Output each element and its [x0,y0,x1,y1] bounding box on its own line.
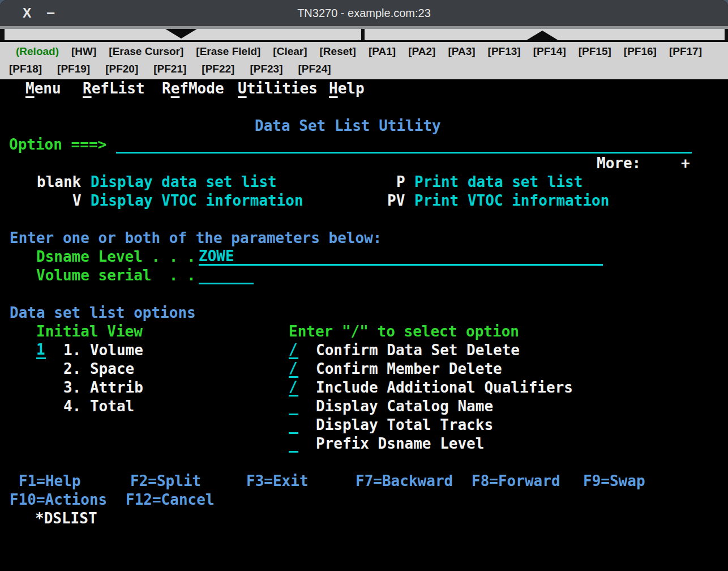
keypad-toolbar: (Reload)[HW][Erase Cursor][Erase Field][… [0,42,728,79]
label-display-total-tracks: Display Total Tracks [316,416,493,434]
toolbar-button-pf17[interactable]: [PF17] [669,45,702,58]
toolbar-button-reload[interactable]: (Reload) [16,45,59,58]
toolbar-button-pf18[interactable]: [PF18] [9,63,42,75]
label-display-vtoc-information: Display VTOC information [91,191,303,210]
toolbar-button-clear[interactable]: [Clear] [273,45,307,58]
menu-item-refmode[interactable]: RefMode [162,79,224,98]
dslist-status: *DSLIST [35,509,97,528]
fkey-f12-cancel: F12=Cancel [126,491,215,509]
tn3270-window: X − TN3270 - example.com:23 (Reload)[HW]… [0,0,728,571]
fkey-f8-forward: F8=Forward [472,472,560,491]
fkey-f10-actions: F10=Actions [10,491,107,509]
toolbar-button-pf13[interactable]: [PF13] [488,45,521,58]
more-indicator: More: [597,154,641,173]
menu-item-reflist[interactable]: RefList [83,79,145,98]
label-blank-option: blank [37,173,81,191]
window-title: TN3270 - example.com:23 [0,0,728,26]
initial-view-input[interactable]: 1 [36,341,46,359]
label-3-attrib: 3. Attrib [63,378,143,397]
dsname-level-input[interactable]: ZOWE [199,248,603,266]
confirm-member-delete-input[interactable]: / [289,360,298,378]
drawer-strip [0,29,728,40]
oia-cursor-position: 10/028 [32,540,60,550]
label-confirm-data-set-delete: Confirm Data Set Delete [316,341,520,360]
label-initial-view: Initial View [36,322,143,341]
menu-item-utilities[interactable]: Utilities [238,79,318,98]
toolbar-button-pf16[interactable]: [PF16] [624,45,657,58]
option-prompt: Option ===> [9,135,106,154]
keypad-row-1: (Reload)[HW][Erase Cursor][Erase Field][… [0,42,728,61]
label-display-catalog-name: Display Catalog Name [316,397,493,416]
label-2-space: 2. Space [63,360,134,378]
toolbar-button-erase-cursor[interactable]: [Erase Cursor] [109,45,183,58]
label-dsname-level: Dsname Level . . . [36,248,196,266]
toolbar-button-pf19[interactable]: [PF19] [57,63,90,75]
toolbar-button-pa3[interactable]: [PA3] [448,45,475,58]
oia-cursor-indicator-icon: ∧ [23,540,30,550]
toolbar-button-pf20[interactable]: [PF20] [105,63,138,75]
confirm-data-set-delete-input[interactable]: / [289,341,298,359]
section-data-set-list-options: Data set list options [10,304,196,322]
toolbar-button-pf22[interactable]: [PF22] [202,63,234,75]
section-enter-parameters: Enter one or both of the parameters belo… [10,229,382,248]
toolbar-button-pa1[interactable]: [PA1] [369,45,396,58]
fkey-f9-swap: F9=Swap [583,472,645,491]
toolbar-button-pf23[interactable]: [PF23] [250,63,282,75]
label-print-vtoc-information: Print VTOC information [414,191,609,210]
toolbar-button-pf15[interactable]: [PF15] [579,45,611,58]
label-4-total: 4. Total [63,397,134,416]
menu-item-menu[interactable]: Menu [25,79,61,98]
panel-title: Data Set List Utility [255,117,441,135]
oia-status-ma: MA [0,540,13,550]
toolbar-button-reset[interactable]: [Reset] [320,45,356,58]
keypad-row-2: [PF18][PF19][PF20][PF21][PF22][PF23][PF2… [0,61,728,77]
include-additional-qualifiers-input[interactable]: / [289,378,298,397]
label-display-data-set-list: Display data set list [91,173,277,191]
terminal-screen[interactable]: MenuRefListRefModeUtilitiesHelpData Set … [0,79,728,540]
label-print-data-set-list: Print data set list [414,173,583,191]
display-total-tracks-input[interactable] [289,416,298,434]
toolbar-button-pf21[interactable]: [PF21] [153,63,186,75]
fkey-f7-backward: F7=Backward [356,472,453,491]
menu-item-help[interactable]: Help [329,79,365,98]
right-drawer-handle[interactable] [365,29,725,40]
chevron-up-icon [526,31,558,40]
fkey-f2-split: F2=Split [130,472,201,491]
left-drawer-handle[interactable] [5,29,361,40]
label-volume-serial: Volume serial . . [36,266,196,285]
separator-line [10,103,688,105]
display-catalog-name-input[interactable] [289,397,298,415]
title-bar: X − TN3270 - example.com:23 [0,0,728,26]
toolbar-button-erase-field[interactable]: [Erase Field] [196,45,260,58]
volume-serial-input[interactable] [199,266,254,284]
fkey-f3-exit: F3=Exit [246,472,309,491]
label-prefix-dsname-level: Prefix Dsname Level [316,434,484,453]
toolbar-button-pf14[interactable]: [PF14] [533,45,566,58]
label-p-option: P [396,173,405,191]
oia-status-a: A [15,540,21,550]
more-plus: + [681,154,690,173]
fkey-f1-help: F1=Help [19,472,81,491]
label-enter-slash-to-select: Enter "/" to select option [289,322,519,341]
option-input[interactable] [116,135,692,154]
prefix-dsname-level-input[interactable] [289,434,298,453]
chevron-down-icon [165,29,197,39]
toolbar-button-hw[interactable]: [HW] [71,45,96,58]
label-confirm-member-delete: Confirm Member Delete [316,360,502,378]
label-v-option: V [72,191,82,210]
toolbar-button-pf24[interactable]: [PF24] [298,63,331,75]
toolbar-button-pa2[interactable]: [PA2] [408,45,435,58]
label-include-additional-qualifiers: Include Additional Qualifiers [316,378,573,397]
label-1-volume: 1. Volume [63,341,143,360]
label-pv-option: PV [387,191,405,210]
operator-information-area: MA A ∧ 10/028 [0,540,728,551]
